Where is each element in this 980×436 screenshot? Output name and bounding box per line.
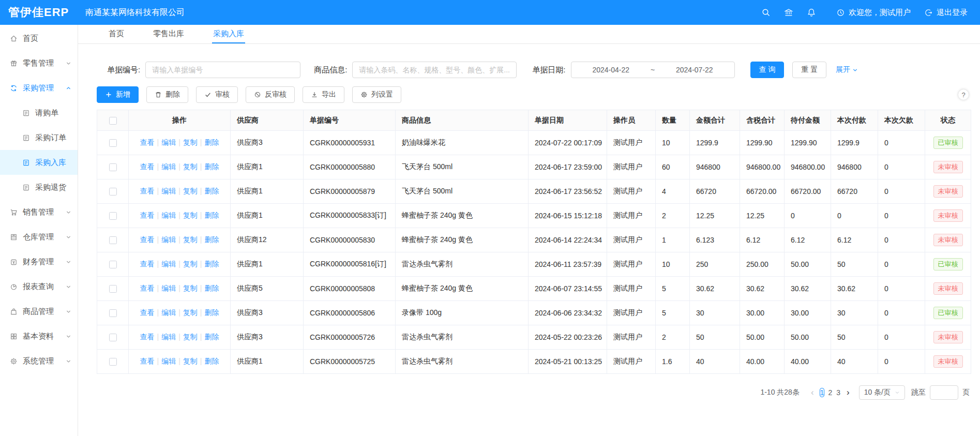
op-edit-link[interactable]: 编辑 [161,235,176,244]
op-edit-link[interactable]: 编辑 [161,211,176,219]
op-edit-link[interactable]: 编辑 [161,308,176,317]
op-view-link[interactable]: 查看 [140,187,155,195]
date-range-picker[interactable]: 2024-04-22 ~ 2024-07-22 [571,62,735,78]
sidebar-item-零售管理[interactable]: 零售管理 [0,51,78,76]
prev-page-button[interactable]: ‹ [807,387,818,398]
row-checkbox[interactable] [109,188,117,196]
op-copy-link[interactable]: 复制 [183,308,198,317]
op-delete-link[interactable]: 删除 [204,187,219,195]
审核-button[interactable]: 审核 [196,86,238,103]
welcome-user-menu[interactable]: 欢迎您，测试用户 [836,8,911,18]
page-number-2[interactable]: 2 [827,388,833,397]
row-checkbox[interactable] [109,212,117,220]
row-checkbox[interactable] [109,139,117,147]
op-delete-link[interactable]: 删除 [204,138,219,146]
op-view-link[interactable]: 查看 [140,308,155,317]
sidebar-item-首页[interactable]: 首页 [0,26,78,51]
op-view-link[interactable]: 查看 [140,211,155,219]
sidebar-item-商品管理[interactable]: 商品管理 [0,299,78,324]
sidebar-item-财务管理[interactable]: 财务管理 [0,249,78,274]
op-edit-link[interactable]: 编辑 [161,284,176,292]
row-checkbox[interactable] [109,334,117,341]
select-all-checkbox[interactable] [109,117,117,125]
op-delete-link[interactable]: 删除 [204,211,219,219]
op-edit-link[interactable]: 编辑 [161,162,176,171]
tab-采购入库[interactable]: 采购入库 [212,25,245,43]
删除-button[interactable]: 删除 [146,86,188,103]
reset-button[interactable]: 重 置 [792,62,826,78]
op-copy-link[interactable]: 复制 [183,138,198,146]
sidebar-item-请购单[interactable]: 请购单 [0,100,78,125]
op-edit-link[interactable]: 编辑 [161,357,176,365]
sidebar-item-系统管理[interactable]: 系统管理 [0,349,78,373]
sidebar-item-报表查询[interactable]: 报表查询 [0,274,78,299]
row-checkbox[interactable] [109,309,117,317]
row-checkbox[interactable] [109,358,117,366]
page-number-3[interactable]: 3 [836,388,841,397]
caret-down-icon [895,390,900,395]
op-copy-link[interactable]: 复制 [183,162,198,171]
新增-button[interactable]: 新增 [97,86,139,103]
row-checkbox[interactable] [109,261,117,268]
bell-icon[interactable] [800,8,823,17]
expand-link[interactable]: 展开 [836,65,858,74]
date-end[interactable]: 2024-07-22 [676,66,713,74]
sidebar-item-销售管理[interactable]: 销售管理 [0,200,78,224]
sidebar-item-基本资料[interactable]: 基本资料 [0,324,78,349]
导出-button[interactable]: 导出 [303,86,344,103]
op-delete-link[interactable]: 删除 [204,260,219,268]
op-copy-link[interactable]: 复制 [183,260,198,268]
sidebar-item-采购退货[interactable]: 采购退货 [0,175,78,200]
row-checkbox[interactable] [109,236,117,244]
tab-首页[interactable]: 首页 [108,25,125,43]
search-icon[interactable] [755,8,777,17]
op-edit-link[interactable]: 编辑 [161,138,176,146]
sidebar-item-采购管理[interactable]: 采购管理 [0,76,78,100]
row-checkbox[interactable] [109,285,117,293]
op-view-link[interactable]: 查看 [140,138,155,146]
op-copy-link[interactable]: 复制 [183,187,198,195]
op-delete-link[interactable]: 删除 [204,333,219,341]
op-delete-link[interactable]: 删除 [204,308,219,317]
order-no-input[interactable] [145,62,300,78]
op-copy-link[interactable]: 复制 [183,333,198,341]
help-icon[interactable]: ? [958,89,969,100]
query-button[interactable]: 查 询 [750,62,785,78]
op-edit-link[interactable]: 编辑 [161,187,176,195]
op-delete-link[interactable]: 删除 [204,284,219,292]
列设置-button[interactable]: 列设置 [352,86,401,103]
tab-零售出库[interactable]: 零售出库 [152,25,185,43]
op-view-link[interactable]: 查看 [140,260,155,268]
op-delete-link[interactable]: 删除 [204,357,219,365]
logout-button[interactable]: 退出登录 [924,8,968,18]
op-view-link[interactable]: 查看 [140,284,155,292]
op-view-link[interactable]: 查看 [140,162,155,171]
next-page-button[interactable]: › [842,387,854,398]
op-delete-link[interactable]: 删除 [204,235,219,244]
page-size-select[interactable]: 10 条/页 [859,385,905,400]
op-copy-link[interactable]: 复制 [183,235,198,244]
date-start[interactable]: 2024-04-22 [592,66,629,74]
sidebar-item-仓库管理[interactable]: 仓库管理 [0,224,78,249]
bank-icon[interactable] [777,8,800,17]
op-delete-link[interactable]: 删除 [204,162,219,171]
sidebar-item-采购入库[interactable]: 采购入库 [0,150,78,175]
cell-amount: 30.62 [690,277,740,301]
op-view-link[interactable]: 查看 [140,235,155,244]
op-edit-link[interactable]: 编辑 [161,260,176,268]
sidebar-item-采购订单[interactable]: 采购订单 [0,125,78,150]
jump-page-input[interactable] [930,385,958,400]
cell-owed: 0 [878,155,925,179]
反审核-button[interactable]: 反审核 [246,86,295,103]
cell-ops: 查看|编辑|复制|删除 [129,155,231,179]
op-copy-link[interactable]: 复制 [183,284,198,292]
op-view-link[interactable]: 查看 [140,357,155,365]
sidebar-item-label: 商品管理 [23,307,54,317]
page-number-1[interactable]: 1 [820,388,825,397]
op-edit-link[interactable]: 编辑 [161,333,176,341]
op-copy-link[interactable]: 复制 [183,357,198,365]
product-info-input[interactable] [352,62,517,78]
row-checkbox[interactable] [109,163,117,171]
op-copy-link[interactable]: 复制 [183,211,198,219]
op-view-link[interactable]: 查看 [140,333,155,341]
